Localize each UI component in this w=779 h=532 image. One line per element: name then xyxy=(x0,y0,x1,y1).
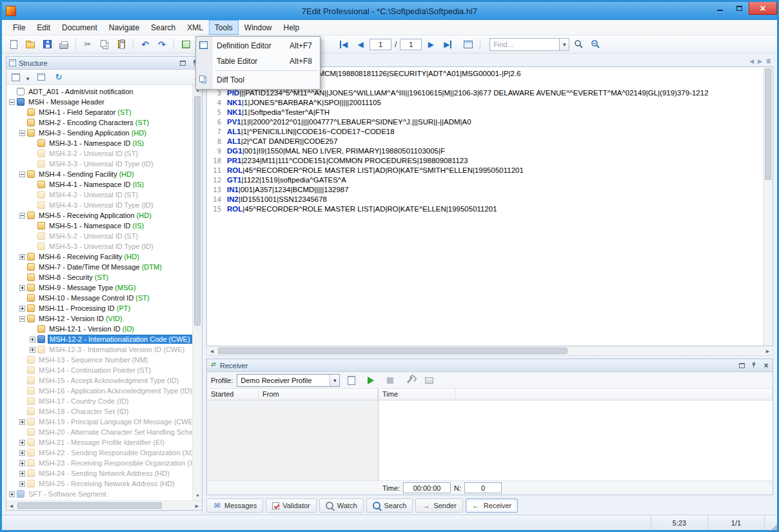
next-message-button[interactable]: ▶ xyxy=(423,37,439,52)
editor-line[interactable]: 15ROL|45^RECORDER^ROLE MASTER LIST|AD|RO… xyxy=(208,204,763,214)
tree-item-msh-4-1[interactable]: MSH-4-1 - Namespace ID(IS) xyxy=(6,179,192,190)
expand-toggle-icon[interactable] xyxy=(19,306,25,311)
next-document-icon[interactable] xyxy=(758,58,762,64)
previous-document-icon[interactable] xyxy=(749,58,754,64)
scrollbar-thumb[interactable] xyxy=(765,68,771,180)
document-list-icon[interactable] xyxy=(766,57,771,66)
tree-item-msh-5-2[interactable]: MSH-5-2 - Universal ID(ST) xyxy=(6,231,192,241)
message-list-button[interactable] xyxy=(460,37,476,52)
expand-toggle-icon[interactable] xyxy=(19,254,25,260)
editor-line[interactable]: 3PID|||PATID1234^5^M11^^AN||JONES^WILLIA… xyxy=(208,88,763,98)
expand-toggle-icon[interactable] xyxy=(19,450,25,456)
expand-toggle-icon[interactable] xyxy=(19,460,25,466)
collapse-toggle-icon[interactable] xyxy=(19,172,25,177)
menu-item-table-editor[interactable]: Table EditorAlt+F8 xyxy=(196,54,320,69)
editor-line[interactable]: 7AL1|1|^PENICILLIN||CODE16~CODE17~CODE18 xyxy=(208,127,763,137)
menu-edit[interactable]: Edit xyxy=(31,20,56,35)
tree-item-msh-4-3[interactable]: MSH-4-3 - Universal ID Type(ID) xyxy=(6,200,192,210)
expand-toggle-icon[interactable] xyxy=(30,337,35,342)
editor-line[interactable]: 6PV1|1|I|2000^2012^01||||004777^LEBAUER^… xyxy=(208,117,763,127)
float-panel-icon[interactable] xyxy=(180,61,186,66)
start-receiver-button[interactable] xyxy=(363,373,379,388)
tree-item-msh-6[interactable]: MSH-6 - Receiving Facility(HD) xyxy=(6,251,192,262)
find-history-dropdown[interactable] xyxy=(559,38,569,51)
tab-validator[interactable]: Validator xyxy=(266,498,317,513)
undo-button[interactable] xyxy=(137,37,153,52)
tree-item-msh-13[interactable]: MSH-13 - Sequence Number(NM) xyxy=(6,355,192,365)
editor-line[interactable]: 9DG1|001|I9|1550|MAL NEO LIVER, PRIMARY|… xyxy=(208,146,763,156)
menu-item-definition-editor[interactable]: Definition EditorAlt+F7 xyxy=(196,38,320,54)
save-button[interactable] xyxy=(39,37,55,52)
minimize-button[interactable] xyxy=(710,2,729,15)
tree-item-msh-22[interactable]: MSH-22 - Sending Responsible Organizatio… xyxy=(6,448,192,458)
editor-horizontal-scrollbar[interactable]: ◀ ▶ xyxy=(206,346,773,356)
tree-item-adt-a01[interactable]: ADT_A01 - Admit/visit notification xyxy=(6,86,192,97)
editor-line[interactable]: 14IN2|ID1551001|SSN12345678 xyxy=(208,195,763,204)
expand-toggle-icon[interactable] xyxy=(19,419,25,425)
menu-search[interactable]: Search xyxy=(145,20,181,35)
new-document-button[interactable] xyxy=(6,37,21,52)
tree-view-dropdown[interactable] xyxy=(24,70,32,84)
receiver-profile-select[interactable]: Demo Receiver Profile xyxy=(237,374,340,387)
refresh-button[interactable] xyxy=(51,70,66,84)
tree-item-msh-14[interactable]: MSH-14 - Continuation Pointer(ST) xyxy=(6,365,192,375)
editor-line[interactable]: 13IN1|001|A357|1234|BCMD|||||132987 xyxy=(208,185,763,195)
tree-item-msh-17[interactable]: MSH-17 - Country Code(ID) xyxy=(6,396,192,406)
editor-line[interactable]: 8AL1|2|^CAT DANDER||CODE257 xyxy=(208,137,763,146)
collapse-all-button[interactable] xyxy=(34,70,49,84)
tree-view-mode-button[interactable] xyxy=(9,70,22,84)
redo-button[interactable] xyxy=(154,37,170,52)
tree-item-msh-18[interactable]: MSH-18 - Character Set(ID) xyxy=(6,406,192,417)
editor-line[interactable]: 5NK1|1|Softpedia^Tester^A|FTH xyxy=(208,108,763,117)
collapse-toggle-icon[interactable] xyxy=(19,130,25,136)
edit-profile-button[interactable] xyxy=(344,373,359,388)
expand-toggle-icon[interactable] xyxy=(19,440,25,446)
maximize-button[interactable] xyxy=(729,2,749,15)
previous-message-button[interactable]: ◀ xyxy=(353,37,368,52)
pin-panel-icon[interactable] xyxy=(751,362,757,369)
expand-toggle-icon[interactable] xyxy=(30,347,35,353)
scroll-left-icon[interactable]: ◀ xyxy=(207,346,217,356)
menu-navigate[interactable]: Navigate xyxy=(103,20,145,35)
scroll-right-icon[interactable]: ▶ xyxy=(763,346,773,356)
scrollbar-thumb[interactable] xyxy=(17,502,162,509)
column-header-time[interactable]: Time xyxy=(379,389,456,400)
find-next-button[interactable] xyxy=(571,37,586,52)
tree-item-msh-23[interactable]: MSH-23 - Receiving Responsible Organizat… xyxy=(6,458,192,468)
expand-toggle-icon[interactable] xyxy=(19,285,25,291)
tree-horizontal-scrollbar[interactable]: ◀ ▶ xyxy=(6,500,202,510)
tab-receiver[interactable]: Receiver xyxy=(466,498,518,513)
menu-file[interactable]: File xyxy=(7,20,31,35)
message-total-input[interactable] xyxy=(400,39,422,50)
tab-watch[interactable]: Watch xyxy=(319,498,364,513)
float-panel-icon[interactable] xyxy=(739,363,745,368)
tree-item-msh-3-2[interactable]: MSH-3-2 - Universal ID(ST) xyxy=(6,148,192,159)
tree-item-msh-5[interactable]: MSH-5 - Receiving Application(HD) xyxy=(6,210,192,221)
scroll-left-icon[interactable]: ◀ xyxy=(6,501,16,511)
tree-item-msh-5-3[interactable]: MSH-5-3 - Universal ID Type(ID) xyxy=(6,241,192,251)
tree-item-msh-3-1[interactable]: MSH-3-1 - Namespace ID(IS) xyxy=(6,138,192,148)
tree-item-msh-2[interactable]: MSH-2 - Encoding Characters(ST) xyxy=(6,117,192,128)
scroll-down-icon[interactable]: ▼ xyxy=(193,491,202,500)
tree-item-msh-25[interactable]: MSH-25 - Receiving Network Address(HD) xyxy=(6,478,192,489)
tree-item-msh-12-3[interactable]: MSH-12-3 - International Version ID(CWE) xyxy=(6,344,192,355)
expand-toggle-icon[interactable] xyxy=(9,491,15,497)
open-file-button[interactable] xyxy=(23,37,38,52)
editor-line[interactable]: 12GT1|1122|1519|softpedia^GATES^A xyxy=(208,175,763,185)
tree-vertical-scrollbar[interactable]: ▲ ▼ xyxy=(192,85,202,500)
tree-item-msh-5-1[interactable]: MSH-5-1 - Namespace ID(IS) xyxy=(6,221,192,231)
tree-item-msh-12-1[interactable]: MSH-12-1 - Version ID(ID) xyxy=(6,324,192,334)
first-message-button[interactable]: ◀ xyxy=(336,37,351,52)
menu-window[interactable]: Window xyxy=(239,20,278,35)
tab-messages[interactable]: Messages xyxy=(206,498,263,513)
editor-vertical-scrollbar[interactable] xyxy=(763,67,773,346)
menu-tools[interactable]: Tools xyxy=(209,20,239,35)
tree-item-msh-11[interactable]: MSH-11 - Processing ID(PT) xyxy=(6,303,192,313)
resize-grip[interactable] xyxy=(764,515,777,530)
receiver-send-button[interactable] xyxy=(421,373,437,388)
column-header-from[interactable]: From xyxy=(259,389,378,400)
tree-item-sft[interactable]: SFT - Software Segment xyxy=(6,489,192,499)
scroll-right-icon[interactable]: ▶ xyxy=(192,501,202,511)
print-button[interactable] xyxy=(56,37,72,52)
tree-item-msh-3[interactable]: MSH-3 - Sending Application(HD) xyxy=(6,128,192,138)
